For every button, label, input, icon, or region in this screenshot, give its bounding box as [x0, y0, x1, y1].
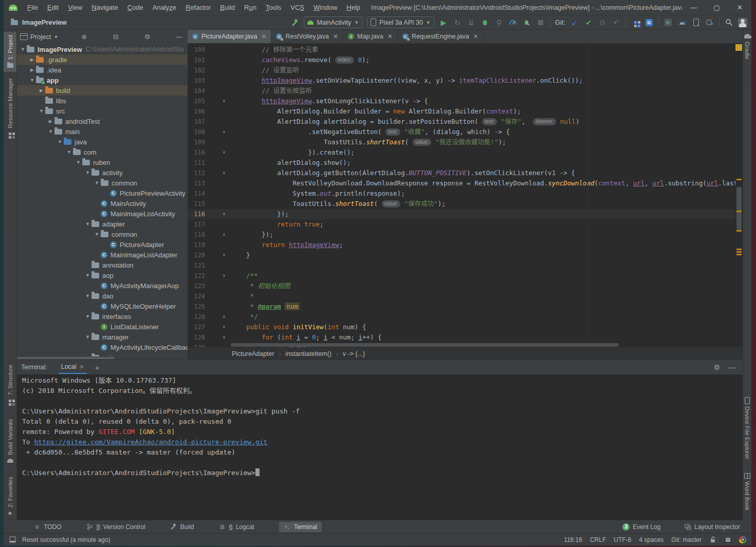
fold-end-icon[interactable]: ∧ — [220, 312, 228, 322]
device-select[interactable]: Pixel 3a API 30▼ — [367, 16, 434, 28]
menu-edit[interactable]: Edit — [43, 4, 63, 11]
stripe-structure-button[interactable]: 7: Structure — [4, 365, 16, 404]
stripe-favorites-button[interactable]: 2: Favorites ★ — [4, 477, 16, 516]
tool-window-toggle-icon[interactable] — [9, 536, 16, 543]
apply-changes-icon[interactable]: ⇊ — [467, 18, 476, 27]
tree-item-app[interactable]: ▼app — [17, 75, 188, 85]
terminal-hide-icon[interactable]: — — [728, 363, 735, 371]
fold-end-icon[interactable]: ∧ — [220, 147, 228, 158]
layout-inspector-button[interactable]: Layout Inspector — [684, 523, 740, 531]
code-line[interactable]: 106 AlertDialog.Builder builder = new Al… — [188, 106, 735, 117]
code-line[interactable]: 111 alertDialog.show(); — [188, 158, 735, 168]
code-line[interactable]: 117 return true; — [188, 219, 735, 230]
stop-icon[interactable] — [536, 18, 545, 27]
event-log-button[interactable]: 3 Event Log — [622, 523, 660, 531]
tree-item-.gradle[interactable]: ▶.gradle — [17, 54, 188, 65]
menu-run[interactable]: Run — [239, 4, 261, 11]
fold-expanded-icon[interactable]: ∨ — [220, 332, 228, 343]
menu-file[interactable]: File — [23, 4, 43, 11]
breadcrumb-lambda[interactable]: v -> {...} — [343, 350, 365, 357]
tree-item-myactivitymanageraop[interactable]: CMyActivityManagerAop — [17, 280, 188, 291]
tree-expanded-icon[interactable]: ▼ — [93, 232, 101, 237]
menu-window[interactable]: Window — [309, 4, 342, 11]
code-line[interactable]: 110∧ }).create(); — [188, 147, 735, 158]
line-ending-widget[interactable]: CRLF — [590, 536, 606, 543]
tree-item-mysqliteopenhelper[interactable]: CMySQLiteOpenHelper — [17, 301, 188, 311]
code-line[interactable]: 108∨ .setNegativeButton( text: "收藏", (di… — [188, 127, 735, 137]
tree-item-aop[interactable]: ▼aop — [17, 270, 188, 280]
fold-end-icon[interactable]: ∧ — [220, 250, 228, 260]
tree-item-picturepreviewactivity[interactable]: CPicturePreviewActivity — [17, 188, 188, 198]
tree-item-libs[interactable]: libs — [17, 96, 188, 106]
fold-end-icon[interactable]: ∧ — [220, 230, 228, 240]
fold-expanded-icon[interactable]: ∨ — [220, 96, 228, 106]
close-icon[interactable]: ✕ — [261, 33, 266, 40]
tree-item-build[interactable]: ▶build — [17, 85, 188, 96]
tree-collapsed-icon[interactable]: ▶ — [28, 67, 36, 72]
tree-expanded-icon[interactable]: ▼ — [93, 180, 101, 185]
code-line[interactable]: 121 — [188, 260, 735, 271]
attach-profiler-icon[interactable] — [522, 18, 531, 27]
code-line[interactable]: 122∨ /** — [188, 271, 735, 281]
tree-expanded-icon[interactable]: ▼ — [38, 108, 45, 114]
tree-item-androidtest[interactable]: ▶androidTest — [17, 116, 188, 126]
tree-item-ruben[interactable]: ▼ruben — [17, 157, 188, 167]
stripe-word-book-button[interactable]: Word Book — [743, 473, 751, 511]
maximize-button[interactable]: ▢ — [705, 0, 728, 15]
fold-expanded-icon[interactable]: ∨ — [220, 168, 228, 178]
code-line[interactable]: 125 * @param num — [188, 301, 735, 312]
tree-item-pojo[interactable]: ▼pojo — [17, 352, 188, 356]
terminal-settings-gear-icon[interactable]: ⚙ — [713, 363, 720, 371]
encoding-widget[interactable]: UTF-8 — [614, 536, 631, 543]
hide-panel-icon[interactable]: — — [173, 33, 185, 41]
tree-item-pictureadapter[interactable]: CPictureAdapter — [17, 239, 188, 250]
sdk-manager-icon[interactable] — [705, 18, 714, 27]
menu-vcs[interactable]: VCS — [286, 4, 309, 11]
close-icon[interactable]: ✕ — [80, 364, 84, 370]
terminal-tab-local[interactable]: Local ✕ — [59, 361, 87, 374]
code-line[interactable]: 102 // 设置监听 — [188, 65, 735, 76]
stripe-build-variants-button[interactable]: Build Variants — [4, 419, 16, 464]
tree-item-adapter[interactable]: ▼adapter — [17, 219, 188, 229]
profiler-icon[interactable] — [508, 18, 518, 27]
fold-end-icon[interactable]: ∧ — [220, 209, 228, 219]
code-line[interactable]: 101 cacheViews.remove( index: 0); — [188, 55, 735, 65]
code-line[interactable]: 115 ToastUtils.shortToast( value: "保存成功"… — [188, 199, 735, 209]
breadcrumb-class[interactable]: PictureAdapter — [232, 350, 274, 357]
git-update-icon[interactable]: ↙ — [570, 18, 579, 27]
tab-requestengine-java[interactable]: CRequestEngine.java✕ — [398, 30, 484, 43]
lock-icon[interactable] — [709, 536, 716, 543]
breadcrumb-method[interactable]: instantiateItem() — [285, 350, 331, 357]
caret-position-widget[interactable]: 116:16 — [564, 536, 582, 543]
code-line[interactable]: 105∨ httpImageView.setOnLongClickListene… — [188, 96, 735, 106]
editor-hscrollbar[interactable] — [231, 343, 619, 347]
code-line[interactable]: 124 * — [188, 291, 735, 301]
toolwindow-button-build[interactable]: Build — [170, 523, 194, 531]
menu-analyze[interactable]: Analyze — [148, 4, 181, 11]
code-line[interactable]: 123 * 初始化视图 — [188, 281, 735, 291]
close-icon[interactable]: ✕ — [333, 33, 338, 40]
avd-manager-icon[interactable]: ▲ — [691, 18, 700, 27]
tree-item-mainimagelistactivity[interactable]: CMainImageListActivity — [17, 209, 188, 219]
menu-help[interactable]: Help — [342, 4, 365, 11]
tab-restvolley-java[interactable]: CRestVolley.java✕ — [271, 30, 343, 43]
vscrollbar-thumb[interactable] — [736, 187, 742, 230]
chevron-down-icon[interactable]: ▼ — [53, 34, 58, 40]
gear-icon[interactable]: ⚙ — [142, 33, 153, 41]
debug-icon[interactable] — [481, 18, 490, 27]
search-everywhere-icon[interactable] — [724, 18, 733, 27]
toolwindow-button-todo[interactable]: ≡TODO — [33, 523, 61, 531]
run-configuration-select[interactable]: MainActivity▼ — [304, 16, 362, 28]
tree-expanded-icon[interactable]: ▼ — [84, 293, 91, 298]
project-tree-hscrollbar[interactable] — [17, 357, 115, 359]
tree-item-src[interactable]: ▼src — [17, 106, 188, 116]
new-terminal-session-button[interactable]: + — [95, 363, 100, 372]
code-line[interactable]: 103 httpImageView.setOnViewTapListener((… — [188, 76, 735, 86]
tree-expanded-icon[interactable]: ▼ — [84, 314, 91, 319]
git-branch-widget[interactable]: Git: master — [671, 536, 702, 543]
tree-item-manager[interactable]: ▼manager — [17, 332, 188, 342]
project-structure-icon[interactable] — [631, 18, 640, 27]
fold-expanded-icon[interactable]: ∨ — [220, 271, 228, 281]
code-line[interactable]: 128∨ for (int i = 0; i < num; i++) { — [188, 332, 735, 343]
tree-item-.idea[interactable]: ▶.idea — [17, 65, 188, 75]
